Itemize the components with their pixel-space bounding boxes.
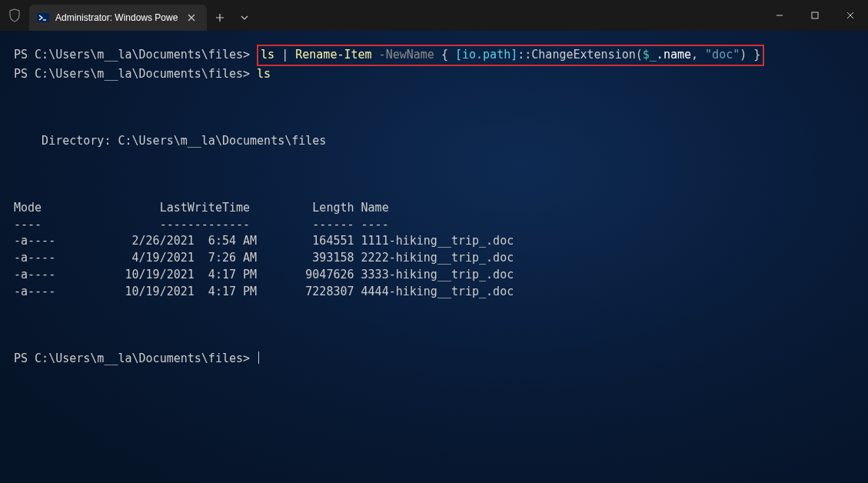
cursor: [258, 351, 259, 364]
token-brace-close: }: [753, 48, 760, 62]
prompt-cursor-line: PS C:\Users\m__la\Documents\files>: [14, 351, 854, 368]
token-rename: Rename-Item: [295, 48, 371, 62]
token-iopath: [io.path]: [455, 48, 517, 62]
token-dcolon: ::: [517, 48, 531, 62]
token-method: ChangeExtension: [531, 48, 635, 62]
token-pipe: |: [281, 48, 288, 62]
blank-line: [14, 99, 854, 116]
close-window-button[interactable]: [833, 0, 868, 31]
minimize-button[interactable]: [762, 0, 797, 31]
tab-close-button[interactable]: [184, 10, 199, 25]
tab-powershell[interactable]: Administrator: Windows Powe: [29, 5, 207, 31]
terminal-output[interactable]: PS C:\Users\m__la\Documents\files> ls | …: [0, 31, 868, 483]
listing-dashes: ---- ------------- ------ ----: [14, 217, 854, 234]
command-line-2: PS C:\Users\m__la\Documents\files> ls: [14, 66, 854, 83]
token-string: "doc": [705, 48, 740, 62]
listing-row: -a---- 2/26/2021 6:54 AM 164551 1111-hik…: [14, 233, 854, 250]
powershell-icon: [37, 12, 49, 24]
listing-row: -a---- 10/19/2021 4:17 PM 7228307 4444-h…: [14, 284, 854, 301]
token-brace-open: {: [441, 48, 448, 62]
directory-header: Directory: C:\Users\m__la\Documents\file…: [14, 133, 854, 150]
blank-line: [14, 166, 854, 183]
token-comma: ,: [691, 48, 698, 62]
titlebar: Administrator: Windows Powe: [0, 0, 868, 31]
listing-header: Mode LastWriteTime Length Name: [14, 200, 854, 217]
maximize-button[interactable]: [797, 0, 833, 31]
token-paren-close: ): [740, 48, 747, 62]
prompt-path: PS C:\Users\m__la\Documents\files>: [14, 67, 250, 81]
token-paren-open: (: [636, 48, 643, 62]
svg-rect-1: [812, 12, 818, 18]
new-tab-button[interactable]: [207, 5, 233, 31]
token-ls-2: ls: [257, 67, 271, 81]
listing-row: -a---- 4/19/2021 7:26 AM 393158 2222-hik…: [14, 250, 854, 267]
tab-title: Administrator: Windows Powe: [55, 12, 178, 23]
highlighted-command: ls | Rename-Item -NewName { [io.path]::C…: [257, 45, 764, 66]
shield-icon: [0, 0, 29, 31]
token-var: $_: [643, 48, 657, 62]
token-dotname: .name: [657, 48, 691, 62]
token-ls: ls: [261, 48, 274, 62]
blank-line: [14, 317, 854, 334]
command-line-1: PS C:\Users\m__la\Documents\files> ls | …: [14, 45, 854, 66]
tab-dropdown-button[interactable]: [233, 5, 256, 31]
listing-row: -a---- 10/19/2021 4:17 PM 9047626 3333-h…: [14, 267, 854, 284]
prompt-path: PS C:\Users\m__la\Documents\files>: [14, 351, 250, 365]
token-flag: -NewName: [379, 48, 434, 62]
prompt-path: PS C:\Users\m__la\Documents\files>: [14, 48, 250, 62]
titlebar-drag-region[interactable]: [256, 0, 762, 31]
